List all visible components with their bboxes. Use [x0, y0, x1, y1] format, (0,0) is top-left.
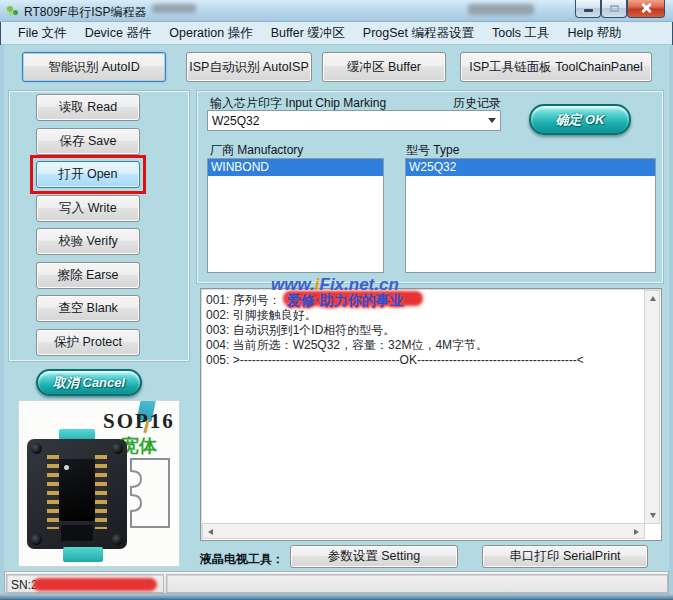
screw-graphic: [112, 443, 123, 454]
sn-status-cell: SN:2: [6, 574, 164, 593]
window-left-edge: [0, 45, 4, 594]
adapter-title: SOP16: [103, 409, 175, 434]
minimize-icon: [584, 9, 593, 12]
app-icon: [6, 4, 20, 18]
vertical-scrollbar[interactable]: [644, 290, 660, 524]
log-line: 001: 序列号：: [201, 293, 661, 308]
socket-pins-right: [95, 455, 107, 529]
menu-item-buffer[interactable]: Buffer 缓冲区: [262, 22, 354, 45]
redaction-blur: [152, 4, 196, 13]
open-button[interactable]: 打开 Open: [36, 161, 140, 188]
ok-button[interactable]: 确定 OK: [529, 104, 631, 135]
socket-pins-left: [47, 455, 59, 529]
log-line: 005: >----------------------------------…: [201, 353, 661, 368]
cancel-button[interactable]: 取消 Cancel: [36, 369, 142, 396]
manufactory-item[interactable]: WINBOND: [208, 159, 383, 176]
manufactory-label: 厂商 Manufactory: [210, 142, 303, 159]
redaction-blur: [468, 4, 534, 15]
footprint-outline-graphic: [123, 453, 177, 533]
sn-redaction: [33, 578, 157, 591]
screw-graphic: [31, 534, 42, 545]
scroll-left-icon[interactable]: [203, 524, 218, 539]
dropdown-arrow-icon[interactable]: [483, 111, 500, 130]
setting-button[interactable]: 参数设置 Setting: [290, 545, 458, 568]
chip-graphic: [59, 459, 95, 521]
empty-status-cell: [166, 574, 668, 593]
screw-graphic: [112, 534, 123, 545]
manufactory-listbox[interactable]: WINBOND: [207, 158, 384, 273]
window-title: RT809F串行ISP编程器: [24, 4, 146, 21]
title-bar[interactable]: RT809F串行ISP编程器: [0, 0, 673, 22]
autoisp-button[interactable]: ISP自动识别 AutoISP: [186, 52, 312, 82]
maximize-icon: [610, 5, 619, 12]
write-button[interactable]: 写入 Write: [36, 195, 140, 222]
socket-graphic: [27, 439, 127, 549]
menu-item-file[interactable]: File 文件: [9, 22, 76, 45]
window-bottom-edge: [0, 594, 673, 600]
erase-button[interactable]: 擦除 Earse: [36, 262, 140, 289]
log-line: 004: 当前所选：W25Q32，容量：32M位，4M字节。: [201, 338, 661, 353]
scroll-right-icon[interactable]: [629, 524, 644, 539]
serialprint-button[interactable]: 串口打印 SerialPrint: [482, 545, 648, 568]
menu-item-progset[interactable]: ProgSet 编程器设置: [354, 22, 483, 45]
menu-item-operation[interactable]: Operation 操作: [160, 22, 261, 45]
minimize-button[interactable]: [575, 0, 601, 18]
log-line: 003: 自动识别到1个ID相符的型号。: [201, 323, 661, 338]
type-item[interactable]: W25Q32: [406, 159, 655, 176]
log-line: 002: 引脚接触良好。: [201, 308, 661, 323]
close-icon: [641, 3, 651, 13]
socket-tab-bottom: [63, 547, 103, 562]
app-window: RT809F串行ISP编程器 File 文件 Device 器件 Operati…: [0, 0, 673, 600]
lcd-tools-label: 液晶电视工具：: [200, 551, 284, 568]
socket-slot-graphic: [61, 525, 93, 541]
autoid-button[interactable]: 智能识别 AutoID: [22, 52, 166, 82]
toolchainpanel-button[interactable]: ISP工具链面板 ToolChainPanel: [460, 52, 652, 82]
window-right-edge: [669, 45, 673, 594]
verify-button[interactable]: 校验 Verify: [36, 228, 140, 255]
read-button[interactable]: 读取 Read: [36, 94, 140, 121]
caption-buttons: [575, 0, 665, 18]
status-bar: SN:2: [4, 571, 669, 594]
chip-marking-value: W25Q32: [208, 114, 483, 128]
buffer-button[interactable]: 缓冲区 Buffer: [322, 52, 446, 82]
watermark-slogan: 爱修·助力你的事业: [287, 292, 404, 310]
screw-graphic: [31, 443, 42, 454]
scroll-down-icon[interactable]: [645, 508, 660, 523]
save-button[interactable]: 保存 Save: [36, 128, 140, 155]
close-button[interactable]: [627, 0, 665, 18]
chip-marking-combobox[interactable]: W25Q32: [207, 110, 501, 131]
type-listbox[interactable]: W25Q32: [405, 158, 656, 273]
maximize-button[interactable]: [601, 0, 627, 18]
protect-button[interactable]: 保护 Protect: [36, 329, 140, 356]
menu-item-device[interactable]: Device 器件: [76, 22, 161, 45]
menu-bar: File 文件 Device 器件 Operation 操作 Buffer 缓冲…: [1, 22, 672, 45]
horizontal-scrollbar[interactable]: [202, 523, 645, 539]
adapter-photo: SOP16 宽体: [18, 400, 180, 567]
blank-button[interactable]: 查空 Blank: [36, 295, 140, 322]
menu-item-tools[interactable]: Tools 工具: [483, 22, 559, 45]
type-label: 型号 Type: [406, 142, 459, 159]
log-output[interactable]: 001: 序列号： 002: 引脚接触良好。 003: 自动识别到1个ID相符的…: [200, 288, 662, 541]
scroll-up-icon[interactable]: [645, 291, 660, 306]
menu-item-help[interactable]: Help 帮助: [559, 22, 631, 45]
